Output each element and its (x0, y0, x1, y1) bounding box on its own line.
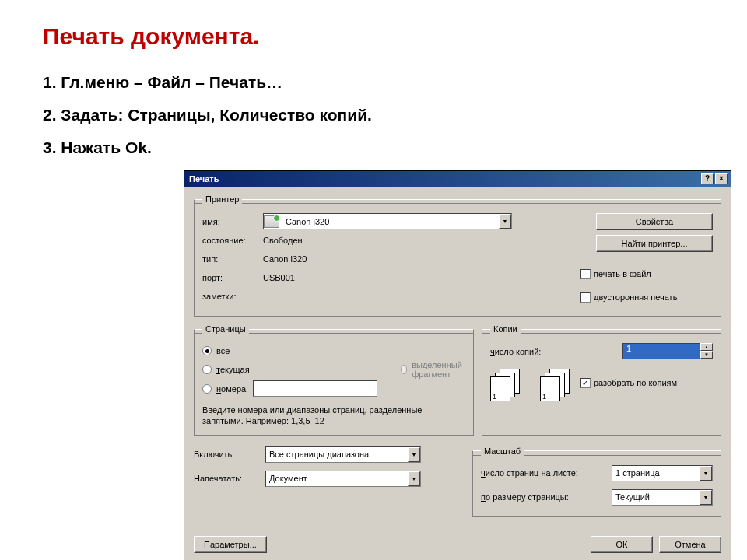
pages-hint: Введите номера или диапазоны страниц, ра… (202, 404, 465, 427)
print-what-label: Напечатать: (194, 474, 265, 483)
pages-selection-radio: выделенный фрагмент (401, 360, 465, 379)
pages-per-sheet-label: число страниц на листе: (481, 468, 612, 478)
properties-button[interactable]: Свойства (596, 213, 713, 230)
chevron-down-icon: ▼ (499, 214, 511, 229)
ok-button[interactable]: ОК (591, 536, 653, 553)
copies-label: число копий: (490, 347, 622, 356)
copies-spinner[interactable]: 1 ▲ ▼ (622, 343, 713, 359)
radio-icon (202, 346, 212, 355)
pages-per-sheet-combo[interactable]: 1 страница ▼ (612, 465, 713, 481)
printer-name-value: Canon i320 (282, 217, 499, 226)
name-label: имя: (202, 217, 263, 226)
checkbox-icon (580, 269, 591, 279)
print-to-file-label: печать в файл (594, 269, 651, 278)
cancel-button[interactable]: Отмена (659, 536, 721, 553)
chevron-down-icon: ▼ (408, 447, 420, 462)
pages-legend: Страницы (202, 324, 249, 334)
port-label: порт: (202, 273, 263, 282)
print-what-value: Документ (266, 474, 408, 483)
pages-per-sheet-value: 1 страница (612, 468, 700, 478)
pages-selection-label: выделенный фрагмент (412, 360, 465, 379)
print-dialog: Печать ? × Принтер имя: Canon i320 ▼ сос… (184, 170, 731, 560)
type-value: Canon i320 (263, 254, 307, 264)
chevron-down-icon: ▼ (700, 490, 712, 505)
duplex-checkbox[interactable]: двусторонняя печать (580, 289, 713, 305)
print-to-file-checkbox[interactable]: печать в файл (580, 266, 713, 282)
pages-group: Страницы все текущая номера: выделенный … (194, 324, 474, 436)
include-combo[interactable]: Все страницы диапазона ▼ (265, 446, 421, 463)
printer-icon (264, 215, 279, 228)
include-label: Включить: (194, 450, 265, 459)
scale-group: Масштаб число страниц на листе: 1 страни… (472, 446, 721, 517)
spin-up-icon[interactable]: ▲ (700, 343, 713, 351)
chevron-down-icon: ▼ (408, 471, 420, 486)
radio-icon (202, 384, 212, 394)
step-3: 3. Нажать Ok. (43, 138, 704, 157)
status-value: Свободен (263, 236, 303, 245)
type-label: тип: (202, 254, 263, 264)
duplex-label: двусторонняя печать (594, 292, 677, 302)
notes-label: заметки: (202, 292, 263, 301)
collate-label: разобрать по копиям (594, 378, 677, 387)
pages-all-radio[interactable]: все (202, 343, 377, 359)
spin-down-icon[interactable]: ▼ (700, 351, 713, 359)
scale-to-combo[interactable]: Текущий ▼ (612, 489, 713, 506)
radio-icon (401, 365, 407, 374)
printer-group: Принтер имя: Canon i320 ▼ состояние:Своб… (194, 194, 721, 317)
chevron-down-icon: ▼ (700, 466, 712, 481)
titlebar[interactable]: Печать ? × (184, 171, 731, 187)
step-1: 1. Гл.меню – Файл – Печать… (43, 73, 704, 92)
scale-legend: Масштаб (481, 446, 524, 456)
port-value: USB001 (263, 273, 295, 282)
radio-icon (202, 365, 212, 374)
page-numbers-input[interactable] (253, 380, 377, 397)
step-2: 2. Задать: Страницы, Количество копий. (43, 106, 704, 124)
printer-legend: Принтер (202, 194, 242, 204)
copies-group: Копии число копий: 1 ▲ ▼ 321 321 (482, 324, 721, 436)
printer-name-combo[interactable]: Canon i320 ▼ (263, 213, 512, 229)
copies-value[interactable]: 1 (622, 343, 700, 359)
pages-numbers-radio[interactable]: номера: (202, 380, 377, 397)
collate-icon: 321 321 (490, 369, 571, 400)
scale-to-label: по размеру страницы: (481, 492, 612, 502)
params-button[interactable]: Параметры... (194, 536, 267, 553)
help-button[interactable]: ? (701, 173, 714, 184)
checkbox-icon (580, 292, 591, 303)
checkbox-icon: ✓ (580, 378, 591, 388)
dialog-title: Печать (188, 174, 700, 184)
pages-current-radio[interactable]: текущая (202, 362, 377, 377)
page-title: Печать документа. (43, 23, 704, 50)
status-label: состояние: (202, 236, 263, 245)
print-what-combo[interactable]: Документ ▼ (265, 471, 421, 487)
collate-checkbox[interactable]: ✓разобрать по копиям (580, 375, 677, 390)
copies-legend: Копии (490, 324, 521, 334)
close-button[interactable]: × (715, 173, 728, 184)
scale-to-value: Текущий (612, 492, 700, 502)
include-value: Все страницы диапазона (266, 450, 408, 459)
find-printer-button[interactable]: Найти принтер... (596, 235, 713, 252)
